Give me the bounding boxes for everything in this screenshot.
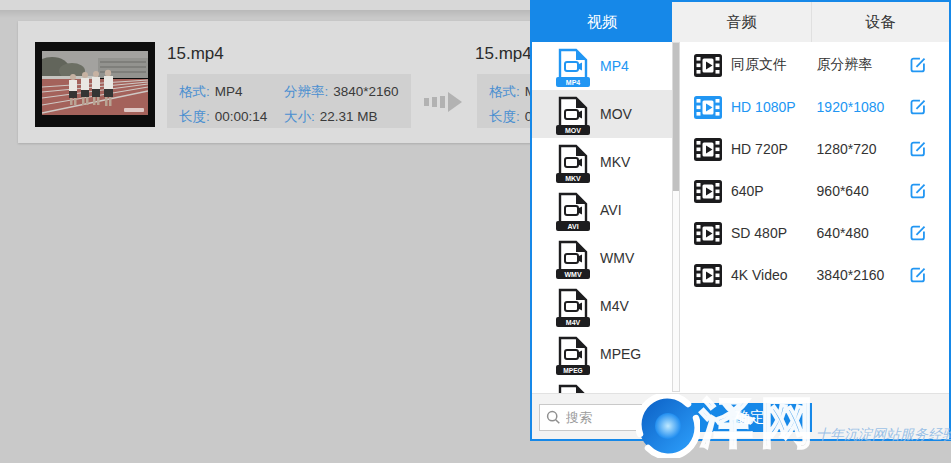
source-file-title: 15.mp4: [167, 44, 224, 64]
resolution-label: 分辨率:: [284, 84, 328, 99]
format-item-mp4[interactable]: MP4 MP4: [532, 42, 672, 90]
thumbnail-watermark: [124, 108, 144, 112]
format-item-wmv[interactable]: WMV WMV: [532, 234, 672, 282]
edit-icon[interactable]: [908, 97, 928, 117]
quality-row-original[interactable]: 同原文件 原分辨率: [680, 44, 949, 86]
popup-bottom-bar: 确定: [532, 393, 949, 439]
thumbnail-scene: [42, 51, 148, 115]
edit-icon[interactable]: [908, 55, 928, 75]
edit-icon[interactable]: [908, 181, 928, 201]
format-list: MP4 MP4 MOV MOV: [532, 42, 672, 393]
format-item-partial[interactable]: [532, 378, 672, 393]
search-icon: [546, 410, 561, 425]
avi-file-icon: AVI: [555, 192, 591, 234]
svg-text:MPEG: MPEG: [563, 366, 582, 373]
format-label: WMV: [600, 250, 634, 266]
tab-video[interactable]: 视频: [532, 2, 672, 42]
format-label: MKV: [600, 154, 630, 170]
size-label: 大小:: [284, 109, 315, 124]
app-window: 15.mp4 格式:MP4 分辨率:3840*2160 长度:00:00:14 …: [0, 0, 951, 463]
quality-resolution: 1280*720: [817, 141, 909, 157]
quality-name: 640P: [731, 183, 817, 199]
source-info-box: 格式:MP4 分辨率:3840*2160 长度:00:00:14 大小:22.3…: [167, 74, 411, 128]
quality-resolution: 960*640: [817, 183, 909, 199]
video-thumbnail: [35, 42, 155, 127]
format-label: MOV: [600, 106, 632, 122]
svg-text:MP4: MP4: [566, 78, 581, 85]
film-strip-icon: [694, 180, 722, 203]
output-format-popup: 视频 音频 设备 MP4 MP4: [530, 0, 951, 441]
quality-row-hd720p[interactable]: HD 720P 1280*720: [680, 128, 949, 170]
format-list-scrollbar[interactable]: [672, 42, 680, 392]
quality-row-640p[interactable]: 640P 960*640: [680, 170, 949, 212]
length-value: 00:00:14: [215, 109, 268, 124]
tab-device[interactable]: 设备: [812, 2, 949, 42]
format-item-mpeg[interactable]: MPEG MPEG: [532, 330, 672, 378]
svg-text:MOV: MOV: [565, 126, 581, 133]
svg-text:MKV: MKV: [565, 174, 581, 181]
wmv-file-icon: WMV: [555, 240, 591, 282]
mkv-file-icon: MKV: [555, 144, 591, 186]
m4v-file-icon: M4V: [555, 288, 591, 330]
target-file-title: 15.mp4: [475, 44, 532, 64]
convert-arrow-icon: [424, 92, 462, 112]
file-icon: [555, 384, 591, 394]
format-item-m4v[interactable]: M4V M4V: [532, 282, 672, 330]
quality-name: HD 1080P: [731, 99, 817, 115]
quality-name: 同原文件: [731, 56, 817, 74]
film-strip-icon: [694, 96, 722, 119]
mov-file-icon: MOV: [555, 96, 591, 138]
resolution-value: 3840*2160: [333, 84, 398, 99]
size-value: 22.31 MB: [320, 109, 378, 124]
format-item-mkv[interactable]: MKV MKV: [532, 138, 672, 186]
quality-row-4k[interactable]: 4K Video 3840*2160: [680, 254, 949, 296]
edit-icon[interactable]: [908, 223, 928, 243]
format-label: 格式:: [179, 84, 210, 99]
quality-name: 4K Video: [731, 267, 817, 283]
quality-list: 同原文件 原分辨率 HD 1080P 1920*1080: [680, 42, 949, 393]
film-strip-icon: [694, 138, 722, 161]
format-label: MP4: [600, 58, 629, 74]
quality-name: HD 720P: [731, 141, 817, 157]
edit-icon[interactable]: [908, 265, 928, 285]
format-item-mov[interactable]: MOV MOV: [532, 90, 672, 138]
quality-name: SD 480P: [731, 225, 817, 241]
quality-resolution: 1920*1080: [817, 99, 909, 115]
quality-resolution: 3840*2160: [817, 267, 909, 283]
mpeg-file-icon: MPEG: [555, 336, 591, 378]
length-label: 长度:: [489, 109, 520, 124]
format-value: MP4: [215, 84, 243, 99]
film-strip-icon: [694, 222, 722, 245]
scrollbar-thumb[interactable]: [673, 43, 679, 191]
quality-resolution: 640*480: [817, 225, 909, 241]
confirm-button[interactable]: 确定: [688, 403, 812, 432]
film-strip-icon: [694, 54, 722, 77]
length-label: 长度:: [179, 109, 210, 124]
tab-audio[interactable]: 音频: [672, 2, 812, 42]
format-label: AVI: [600, 202, 622, 218]
svg-text:AVI: AVI: [567, 222, 578, 229]
format-label: 格式:: [489, 84, 520, 99]
popup-tabs: 视频 音频 设备: [532, 2, 949, 42]
mp4-file-icon: MP4: [555, 48, 591, 90]
quality-row-sd480p[interactable]: SD 480P 640*480: [680, 212, 949, 254]
format-item-avi[interactable]: AVI AVI: [532, 186, 672, 234]
svg-text:M4V: M4V: [566, 318, 581, 325]
svg-text:WMV: WMV: [564, 270, 581, 277]
film-strip-icon: [694, 264, 722, 287]
format-label: MPEG: [600, 346, 641, 362]
quality-row-hd1080p[interactable]: HD 1080P 1920*1080: [680, 86, 949, 128]
edit-icon[interactable]: [908, 139, 928, 159]
format-label: M4V: [600, 298, 629, 314]
quality-resolution: 原分辨率: [817, 56, 909, 74]
